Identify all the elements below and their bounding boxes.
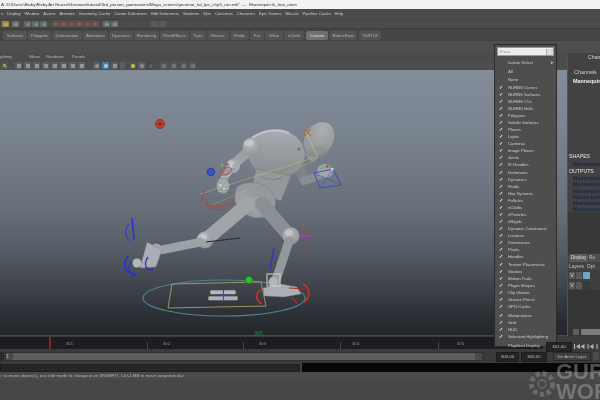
svg-text:305: 305 <box>254 330 263 335</box>
svg-text:WORK: WORK <box>556 379 600 400</box>
